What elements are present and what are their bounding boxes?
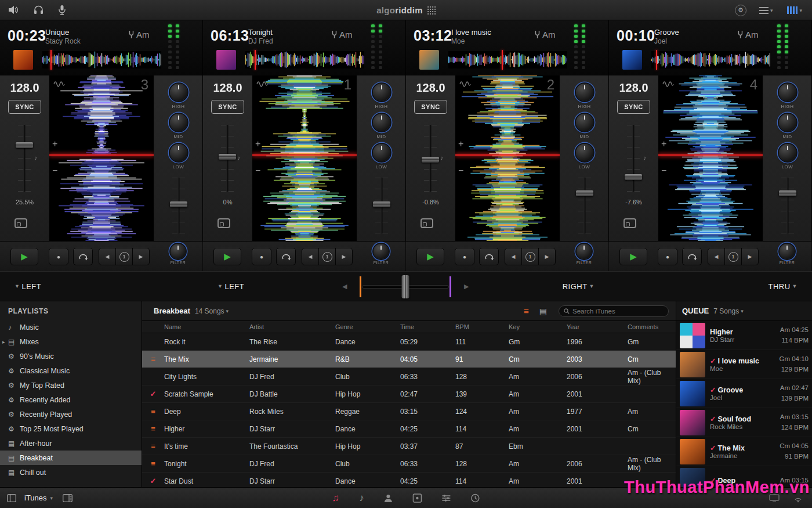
- eq-high-knob[interactable]: [373, 84, 390, 101]
- sidebar-playlist-item[interactable]: ▸ ⚙ Classical Music: [0, 363, 142, 378]
- detail-view-icon[interactable]: ▤: [539, 307, 547, 316]
- pitch-fader-handle[interactable]: [422, 157, 439, 163]
- eq-low-knob[interactable]: [779, 144, 796, 161]
- eq-mid-knob[interactable]: [373, 114, 390, 131]
- list-view-icon[interactable]: ≡: [524, 306, 529, 316]
- search-input[interactable]: [572, 308, 664, 315]
- column-header[interactable]: Comments: [628, 323, 676, 330]
- filter-knob[interactable]: [780, 244, 795, 259]
- split-browser-icon[interactable]: [63, 494, 72, 502]
- sidebar-playlist-item[interactable]: ▸ ⚙ Recently Played: [0, 407, 142, 421]
- loop-button[interactable]: [479, 248, 499, 265]
- waveform-mode-icon[interactable]: [53, 81, 65, 88]
- loop-button[interactable]: [276, 248, 296, 265]
- queue-item[interactable]: ✓Groove Joel Am 02:47 139 BPM: [676, 379, 812, 408]
- pitch-fader-handle[interactable]: [625, 174, 642, 180]
- pitch-fader[interactable]: [625, 125, 642, 192]
- deck1-output-select[interactable]: ▼LEFT: [13, 282, 41, 291]
- eq-mid-knob[interactable]: [170, 114, 187, 131]
- sync-button[interactable]: SYNC: [211, 100, 244, 114]
- loop-length-button[interactable]: 1: [318, 248, 335, 265]
- pitch-fader[interactable]: [16, 125, 33, 192]
- zoom-in-button[interactable]: +: [661, 139, 666, 149]
- filter-knob[interactable]: [577, 244, 592, 259]
- eq-high-knob[interactable]: [170, 84, 187, 101]
- track-row[interactable]: Scratch Sample DJ Battle Hip Hop 02:47 1…: [142, 385, 676, 403]
- queue-item[interactable]: ✓Higher DJ Starr Am 04:25 114 BPM: [676, 321, 812, 350]
- zoom-in-button[interactable]: +: [458, 139, 463, 149]
- waveform-mode-icon[interactable]: [662, 81, 674, 88]
- playlists-tab-icon[interactable]: ♫: [332, 492, 339, 504]
- loop-halve-button[interactable]: ◀: [302, 248, 318, 265]
- pitch-fader-handle[interactable]: [16, 142, 33, 148]
- column-header[interactable]: BPM: [455, 323, 509, 330]
- volume-fader[interactable]: [373, 178, 390, 233]
- loop-double-button[interactable]: ▶: [538, 248, 555, 265]
- sidebar-playlist-item[interactable]: ▸ ▤ Chill out: [0, 465, 142, 480]
- deck-waveform[interactable]: 1 + −: [252, 75, 357, 241]
- sidebar-toggle-icon[interactable]: [7, 494, 16, 502]
- track-row[interactable]: Rock it The Rise Dance 05:29 111 Gm 1996…: [142, 333, 676, 351]
- speaker-icon[interactable]: [8, 5, 19, 15]
- songs-tab-icon[interactable]: ♪: [359, 492, 364, 504]
- loop-double-button[interactable]: ▶: [335, 248, 352, 265]
- column-header[interactable]: Name: [164, 323, 249, 330]
- loop-length-button[interactable]: 1: [724, 248, 741, 265]
- layout-menu-button[interactable]: ▾: [759, 7, 775, 14]
- track-overview-waveform[interactable]: [42, 51, 161, 69]
- queue-item[interactable]: ✓Soul food Rock Miles Am 03:15 124 BPM: [676, 408, 812, 437]
- sidebar-playlist-item[interactable]: ▸ ⚙ Top 25 Most Played: [0, 421, 142, 436]
- disclosure-icon[interactable]: ▸: [2, 339, 8, 345]
- track-row[interactable]: City Lights DJ Fred Club 06:33 128 Am 20…: [142, 368, 676, 385]
- deck-key[interactable]: Am: [535, 30, 556, 39]
- loop-button[interactable]: [73, 248, 93, 265]
- sync-button[interactable]: SYNC: [414, 100, 447, 114]
- waveform-mode-icon[interactable]: [459, 81, 471, 88]
- pitch-fader[interactable]: [422, 125, 439, 192]
- track-row[interactable]: It's time The Fourtastica Hip Hop 03:37 …: [142, 438, 676, 455]
- genres-tab-icon[interactable]: [442, 494, 451, 502]
- track-overview-waveform[interactable]: [651, 51, 770, 69]
- eq-mid-knob[interactable]: [779, 114, 796, 131]
- volume-fader-handle[interactable]: [170, 201, 187, 207]
- eq-high-knob[interactable]: [779, 84, 796, 101]
- search-field[interactable]: [559, 305, 669, 317]
- zoom-out-button[interactable]: −: [458, 166, 463, 175]
- loop-length-button[interactable]: 1: [521, 248, 538, 265]
- track-overview-waveform[interactable]: [448, 51, 567, 69]
- albums-tab-icon[interactable]: [413, 493, 422, 503]
- pitch-fader[interactable]: [219, 125, 236, 192]
- deck-waveform[interactable]: 2 + −: [455, 75, 560, 241]
- settings-gear-icon[interactable]: ⚙: [735, 5, 746, 16]
- volume-fader[interactable]: [576, 178, 593, 233]
- column-header[interactable]: Artist: [249, 323, 335, 330]
- loop-halve-button[interactable]: ◀: [505, 248, 521, 265]
- queue-item[interactable]: ✓The Mix Jermaine Cm 04:05 91 BPM: [676, 437, 812, 466]
- volume-fader-handle[interactable]: [779, 190, 796, 196]
- device-icon[interactable]: [624, 218, 636, 228]
- play-button[interactable]: ▶: [416, 248, 444, 265]
- sidebar-playlist-item[interactable]: ▸ ▤ Mixes: [0, 334, 142, 349]
- device-icon[interactable]: [14, 218, 27, 228]
- artists-tab-icon[interactable]: [384, 493, 393, 503]
- track-row[interactable]: Deep Rock Miles Reggae 03:15 124 Am 1977…: [142, 403, 676, 420]
- deck-waveform[interactable]: 3 + −: [49, 75, 154, 241]
- loop-double-button[interactable]: ▶: [132, 248, 149, 265]
- column-header[interactable]: Key: [509, 323, 567, 330]
- history-tab-icon[interactable]: [471, 493, 480, 503]
- cue-button[interactable]: ●: [252, 248, 271, 265]
- headphones-icon[interactable]: [34, 5, 44, 15]
- crossfader[interactable]: [360, 275, 451, 298]
- loop-length-button[interactable]: 1: [115, 248, 132, 265]
- deck4-output-select[interactable]: THRU▼: [768, 282, 799, 291]
- zoom-out-button[interactable]: −: [661, 166, 666, 175]
- loop-double-button[interactable]: ▶: [741, 248, 758, 265]
- filter-knob[interactable]: [171, 244, 186, 259]
- loop-halve-button[interactable]: ◀: [99, 248, 115, 265]
- track-row[interactable]: Star Dust DJ Starr Dance 04:25 114 Am 20…: [142, 473, 676, 487]
- deck-view-button[interactable]: ▾: [787, 6, 804, 14]
- sidebar-playlist-item[interactable]: ▸ ▤ After-hour: [0, 436, 142, 451]
- cue-button[interactable]: ●: [49, 248, 68, 265]
- volume-fader[interactable]: [170, 178, 187, 233]
- track-row[interactable]: Tonight DJ Fred Club 06:33 128 Am 2006 A…: [142, 455, 676, 473]
